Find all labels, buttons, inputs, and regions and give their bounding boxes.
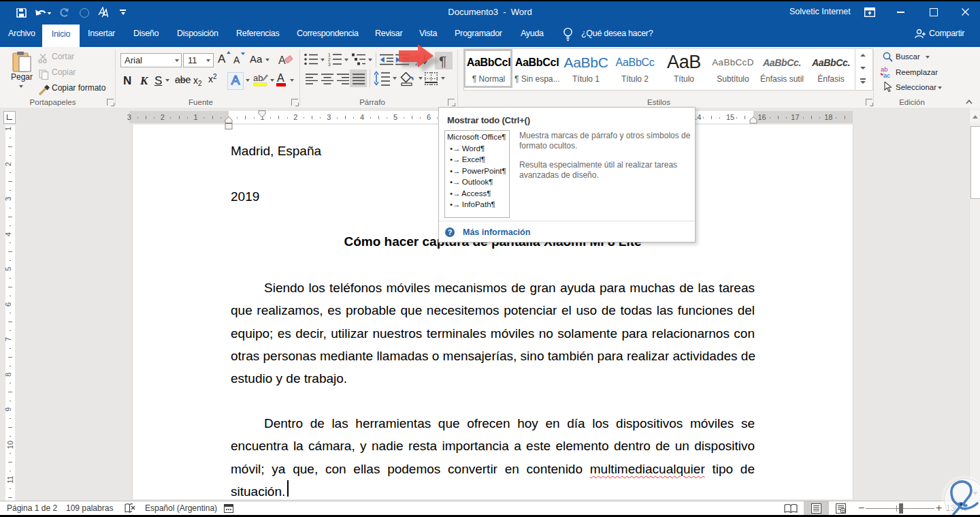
svg-text:ac: ac — [883, 72, 890, 78]
svg-text:2: 2 — [328, 57, 331, 62]
svg-text:3: 3 — [328, 62, 331, 66]
svg-text:1: 1 — [328, 52, 331, 57]
svg-text:ab: ab — [253, 73, 263, 83]
